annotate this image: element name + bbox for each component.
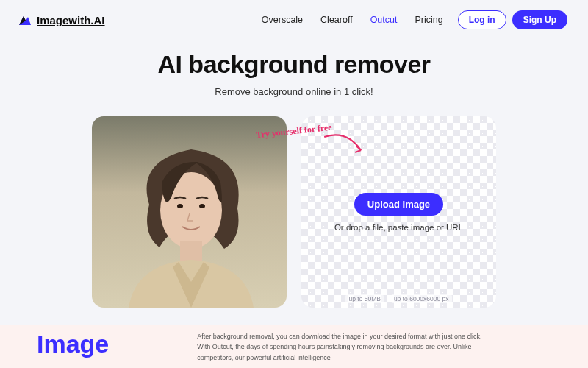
brand-name: Imagewith.AI	[37, 14, 105, 26]
upload-limit-resolution: up to 6000x6000 px	[391, 294, 452, 303]
brand-logo-icon	[18, 13, 32, 27]
svg-point-3	[199, 204, 205, 208]
brand-logo[interactable]: Imagewith.AI	[18, 13, 105, 27]
auth-buttons: Log in Sign Up	[458, 10, 567, 29]
upload-inner: Upload Image Or drop a file, paste image…	[334, 193, 463, 232]
signup-button[interactable]: Sign Up	[512, 10, 567, 29]
bottom-para-2: With Outcut, the days of spending hours …	[197, 342, 506, 363]
upload-button[interactable]: Upload Image	[354, 193, 443, 216]
login-button[interactable]: Log in	[458, 10, 506, 29]
demo-before-panel	[92, 116, 287, 308]
nav-item-outcut[interactable]: Outcut	[370, 15, 398, 25]
bottom-section: Image After background removal, you can …	[0, 325, 588, 368]
demo-person-image	[92, 116, 287, 308]
demo-section: Try yourself for free	[0, 116, 588, 308]
upload-dropzone[interactable]: Upload Image Or drop a file, paste image…	[301, 116, 496, 308]
bottom-copy: After background removal, you can downlo…	[197, 331, 506, 363]
main-nav: Overscale Clearoff Outcut Pricing	[262, 15, 443, 25]
hero-title: AI background remover	[0, 50, 588, 79]
bottom-para-1: After background removal, you can downlo…	[197, 331, 506, 342]
nav-item-pricing[interactable]: Pricing	[415, 15, 442, 25]
upload-limits: up to 50MB up to 6000x6000 px	[345, 294, 451, 303]
nav-item-clearoff[interactable]: Clearoff	[320, 15, 353, 25]
svg-point-2	[177, 204, 183, 208]
bottom-heading: Image	[37, 331, 109, 356]
nav-item-overscale[interactable]: Overscale	[262, 15, 303, 25]
upload-limit-size: up to 50MB	[345, 294, 383, 303]
header: Imagewith.AI Overscale Clearoff Outcut P…	[0, 0, 588, 37]
upload-drop-text: Or drop a file, paste image or URL	[334, 223, 463, 232]
hero-subtitle: Remove background online in 1 click!	[0, 86, 588, 97]
